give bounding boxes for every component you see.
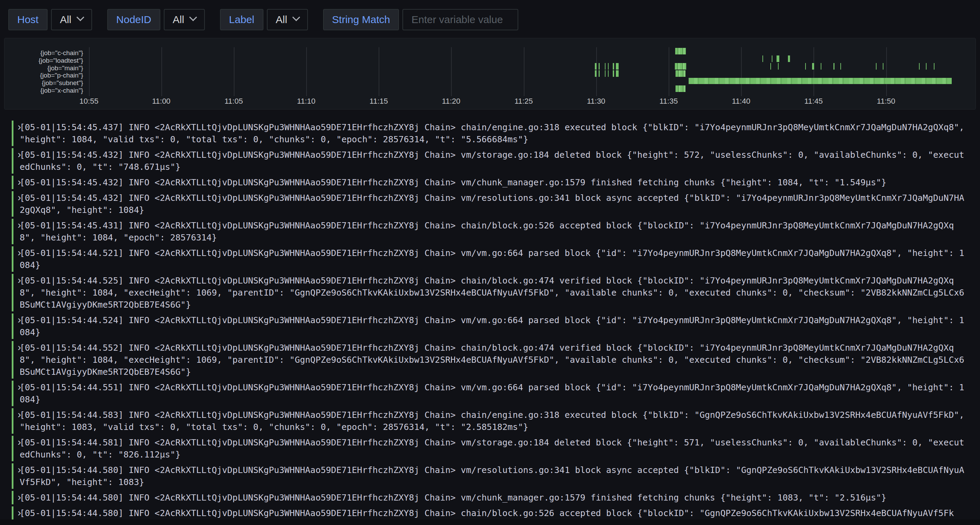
chevron-right-icon[interactable]: › — [18, 121, 21, 133]
timeline-mark-main — [834, 63, 834, 70]
timeline-mark-main — [821, 63, 821, 70]
time-gridline — [451, 47, 452, 96]
timeline-mark-main — [605, 63, 606, 70]
timeline-mark-main — [595, 63, 597, 70]
chevron-right-icon[interactable]: › — [18, 491, 21, 503]
log-row[interactable]: ›[05-01|15:54:45.431] INFO <2AcRkXTLLtQj… — [12, 219, 967, 244]
log-row[interactable]: ›[05-01|15:54:44.580] INFO <2AcRkXTLLtQj… — [12, 491, 967, 504]
timeline-mark-main — [919, 63, 920, 70]
variable-host-select[interactable]: All — [51, 9, 92, 30]
timeline-series-label: {job="subnet"} — [5, 79, 83, 87]
chevron-right-icon[interactable]: › — [18, 191, 21, 203]
timeline-mark-p-chain — [595, 70, 597, 77]
chevron-down-icon — [293, 13, 300, 21]
chevron-right-icon[interactable]: › — [18, 381, 21, 393]
timeline-mark-main — [770, 63, 771, 70]
logs-panel: ›[05-01|15:54:45.437] INFO <2AcRkXTLLtQj… — [12, 121, 967, 525]
chevron-right-icon[interactable]: › — [18, 148, 21, 160]
chevron-right-icon[interactable]: › — [18, 176, 21, 188]
timeline-mark-main — [778, 63, 779, 70]
grafana-dashboard: Host All NodeID All Label All String Mat… — [0, 0, 980, 525]
time-gridline — [669, 47, 669, 96]
time-gridline — [741, 47, 742, 96]
timeline-series-label: {job="x-chain"} — [5, 87, 83, 94]
variable-host-value: All — [60, 14, 72, 25]
chevron-right-icon[interactable]: › — [18, 274, 21, 286]
variable-label-host: Host — [8, 9, 48, 30]
timeline-mark-main — [616, 63, 619, 70]
bottom-edge — [0, 520, 980, 525]
log-line-text: [05-01|15:54:44.525] INFO <2AcRkXTLLtQjv… — [20, 274, 966, 311]
time-axis-label: 11:05 — [224, 97, 243, 106]
time-axis-label: 11:30 — [587, 97, 605, 106]
timeline-mark-subnet — [689, 78, 952, 84]
timeline-panel: {job="c-chain"}{job="loadtest"}{job="mai… — [4, 38, 976, 109]
timeline-mark-p-chain — [613, 70, 614, 77]
timeline-mark-main — [926, 63, 927, 70]
timeline-mark-p-chain — [608, 70, 609, 77]
time-gridline — [813, 47, 814, 96]
chevron-right-icon[interactable]: › — [18, 246, 21, 259]
log-row[interactable]: ›[05-01|15:54:44.581] INFO <2AcRkXTLLtQj… — [12, 436, 967, 461]
variable-label: Label All — [220, 9, 308, 30]
time-axis-label: 11:45 — [805, 97, 823, 106]
chevron-right-icon[interactable]: › — [18, 436, 21, 448]
timeline-mark-p-chain — [605, 70, 606, 77]
time-axis-label: 11:25 — [514, 97, 533, 106]
log-line-text: [05-01|15:54:45.432] INFO <2AcRkXTLLtQjv… — [20, 192, 966, 216]
timeline-mark-main — [812, 63, 814, 70]
log-row[interactable]: ›[05-01|15:54:44.521] INFO <2AcRkXTLLtQj… — [12, 246, 967, 272]
timeline-series-label: {job="p-chain"} — [5, 71, 83, 79]
log-line-text: [05-01|15:54:44.524] INFO <2AcRkXTLLtQjv… — [20, 314, 966, 338]
variable-nodeid: NodeID All — [107, 9, 205, 30]
chevron-right-icon[interactable]: › — [18, 314, 21, 325]
timeline-mark-main — [876, 63, 877, 70]
time-axis-label: 11:10 — [297, 97, 315, 106]
log-row[interactable]: ›[05-01|15:54:44.525] INFO <2AcRkXTLLtQj… — [12, 274, 967, 311]
chevron-right-icon[interactable]: › — [18, 463, 21, 476]
chevron-right-icon[interactable]: › — [18, 341, 21, 353]
variable-nodeid-value: All — [173, 14, 184, 25]
chevron-right-icon[interactable]: › — [18, 219, 21, 231]
log-row[interactable]: ›[05-01|15:54:45.437] INFO <2AcRkXTLLtQj… — [12, 121, 967, 146]
log-row[interactable]: ›[05-01|15:54:44.551] INFO <2AcRkXTLLtQj… — [12, 381, 967, 406]
chevron-right-icon[interactable]: › — [18, 506, 21, 519]
timeline-mark-loadtest — [772, 56, 773, 62]
time-gridline — [886, 47, 887, 96]
variable-label-value: All — [276, 14, 287, 25]
timeline-series-label: {job="c-chain"} — [5, 49, 83, 57]
timeline-mark-main — [883, 63, 883, 70]
timeline-mark-loadtest — [776, 56, 779, 62]
log-row[interactable]: ›[05-01|15:54:45.432] INFO <2AcRkXTLLtQj… — [12, 176, 967, 189]
time-gridline — [524, 47, 525, 96]
log-row[interactable]: ›[05-01|15:54:44.552] INFO <2AcRkXTLLtQj… — [12, 341, 967, 379]
timeline-mark-main — [934, 63, 934, 70]
log-row[interactable]: ›[05-01|15:54:45.432] INFO <2AcRkXTLLtQj… — [12, 191, 967, 217]
log-line-text: [05-01|15:54:45.432] INFO <2AcRkXTLLtQjv… — [20, 176, 966, 189]
log-row[interactable]: ›[05-01|15:54:44.583] INFO <2AcRkXTLLtQj… — [12, 408, 967, 434]
string-match-input[interactable] — [402, 9, 518, 30]
variable-label-select[interactable]: All — [267, 9, 308, 30]
timeline-mark-main — [840, 63, 841, 70]
log-line-text: [05-01|15:54:45.432] INFO <2AcRkXTLLtQjv… — [20, 149, 966, 173]
chevron-down-icon — [76, 13, 84, 21]
timeline-plot[interactable]: 10:5511:0011:0511:1011:1511:2011:2511:30… — [84, 45, 972, 94]
log-row[interactable]: ›[05-01|15:54:44.524] INFO <2AcRkXTLLtQj… — [12, 314, 967, 339]
timeline-mark-p-chain — [616, 70, 619, 77]
log-line-text: [05-01|15:54:44.580] INFO <2AcRkXTLLtQjv… — [20, 464, 966, 488]
chevron-right-icon[interactable]: › — [18, 408, 21, 420]
timeline-series-label: {job="main"} — [5, 64, 83, 72]
log-row[interactable]: ›[05-01|15:54:45.432] INFO <2AcRkXTLLtQj… — [12, 148, 967, 174]
log-line-text: [05-01|15:54:45.431] INFO <2AcRkXTLLtQjv… — [20, 219, 966, 244]
time-gridline — [306, 47, 307, 96]
timeline-series-label: {job="loadtest"} — [5, 57, 83, 64]
timeline-mark-p-chain — [676, 70, 685, 77]
log-row[interactable]: ›[05-01|15:54:44.580] INFO <2AcRkXTLLtQj… — [12, 463, 967, 489]
log-line-text: [05-01|15:54:44.551] INFO <2AcRkXTLLtQjv… — [20, 381, 966, 406]
log-line-text: [05-01|15:54:44.521] INFO <2AcRkXTLLtQjv… — [20, 247, 966, 271]
timeline-mark-main — [608, 63, 609, 70]
variable-nodeid-select[interactable]: All — [164, 9, 205, 30]
time-axis-label: 10:55 — [79, 97, 98, 106]
time-gridline — [89, 47, 90, 96]
log-line-text: [05-01|15:54:44.583] INFO <2AcRkXTLLtQjv… — [20, 409, 966, 433]
